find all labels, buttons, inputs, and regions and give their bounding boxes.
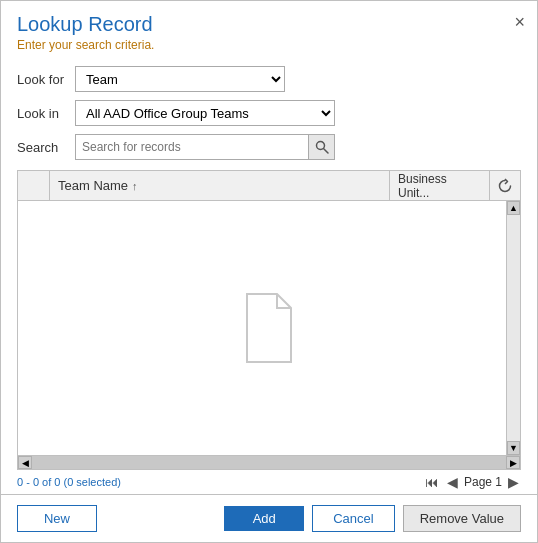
cancel-button[interactable]: Cancel [312,505,394,532]
th-business-unit-label: Business Unit... [398,172,481,200]
vertical-scrollbar[interactable]: ▲ ▼ [506,201,520,455]
status-bar: 0 - 0 of 0 (0 selected) ⏮ ◀ Page 1 ▶ [1,470,537,494]
look-for-label: Look for [17,72,75,87]
record-count: 0 - 0 of 0 (0 selected) [17,476,121,488]
look-for-row: Look for Team [17,66,521,92]
empty-state [239,292,299,364]
table-wrapper: ▲ ▼ ◀ ▶ [18,201,520,469]
look-in-select[interactable]: All AAD Office Group Teams [75,100,335,126]
svg-line-1 [323,149,328,154]
table-body: ▲ ▼ [18,201,520,455]
look-in-label: Look in [17,106,75,121]
dialog-title: Lookup Record [17,13,521,36]
new-button[interactable]: New [17,505,97,532]
th-business-unit[interactable]: Business Unit... [390,171,490,200]
first-page-button[interactable]: ⏮ [423,474,441,490]
page-label: Page 1 [464,475,502,489]
horizontal-scrollbar[interactable]: ◀ ▶ [18,455,520,469]
scroll-v-track [507,215,520,441]
th-team-name-label: Team Name [58,178,128,193]
scroll-up-button[interactable]: ▲ [507,201,520,215]
search-icon [315,140,329,154]
table-header: Team Name ↑ Business Unit... [18,171,520,201]
sort-arrow: ↑ [132,180,138,192]
dialog-subtitle: Enter your search criteria. [17,38,521,52]
remove-value-button[interactable]: Remove Value [403,505,521,532]
scroll-h-track [32,456,506,469]
scroll-right-button[interactable]: ▶ [506,456,520,469]
refresh-button[interactable] [490,171,520,200]
search-button[interactable] [308,135,334,159]
th-team-name[interactable]: Team Name ↑ [50,171,390,200]
search-input[interactable] [76,135,308,159]
form-area: Look for Team Look in All AAD Office Gro… [1,56,537,170]
search-row: Search [17,134,521,160]
footer-buttons: New Add Cancel Remove Value [1,494,537,542]
empty-file-icon [239,292,299,364]
lookup-record-dialog: Lookup Record Enter your search criteria… [0,0,538,543]
close-button[interactable]: × [514,13,525,31]
table-area: Team Name ↑ Business Unit... [17,170,521,470]
refresh-icon [497,178,513,194]
search-input-wrap [75,134,335,160]
th-checkbox [18,171,50,200]
look-in-row: Look in All AAD Office Group Teams [17,100,521,126]
dialog-header: Lookup Record Enter your search criteria… [1,1,537,56]
add-button[interactable]: Add [224,506,304,531]
look-for-select[interactable]: Team [75,66,285,92]
pagination: ⏮ ◀ Page 1 ▶ [423,474,521,490]
next-page-button[interactable]: ▶ [506,474,521,490]
scroll-left-button[interactable]: ◀ [18,456,32,469]
prev-page-button[interactable]: ◀ [445,474,460,490]
search-label: Search [17,140,75,155]
scroll-down-button[interactable]: ▼ [507,441,520,455]
